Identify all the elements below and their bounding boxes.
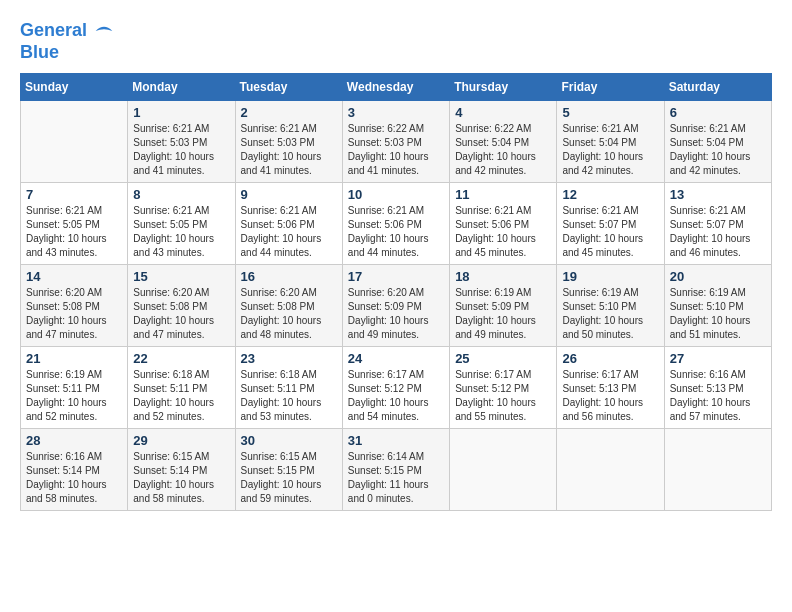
day-number: 9 bbox=[241, 187, 337, 202]
calendar-week-3: 14Sunrise: 6:20 AM Sunset: 5:08 PM Dayli… bbox=[21, 265, 772, 347]
day-number: 18 bbox=[455, 269, 551, 284]
day-info: Sunrise: 6:21 AM Sunset: 5:04 PM Dayligh… bbox=[562, 122, 658, 178]
day-number: 11 bbox=[455, 187, 551, 202]
day-info: Sunrise: 6:15 AM Sunset: 5:14 PM Dayligh… bbox=[133, 450, 229, 506]
day-info: Sunrise: 6:19 AM Sunset: 5:09 PM Dayligh… bbox=[455, 286, 551, 342]
day-info: Sunrise: 6:19 AM Sunset: 5:10 PM Dayligh… bbox=[562, 286, 658, 342]
day-number: 2 bbox=[241, 105, 337, 120]
calendar-cell: 28Sunrise: 6:16 AM Sunset: 5:14 PM Dayli… bbox=[21, 429, 128, 511]
calendar-week-2: 7Sunrise: 6:21 AM Sunset: 5:05 PM Daylig… bbox=[21, 183, 772, 265]
calendar-cell: 21Sunrise: 6:19 AM Sunset: 5:11 PM Dayli… bbox=[21, 347, 128, 429]
day-info: Sunrise: 6:19 AM Sunset: 5:10 PM Dayligh… bbox=[670, 286, 766, 342]
calendar-cell: 18Sunrise: 6:19 AM Sunset: 5:09 PM Dayli… bbox=[450, 265, 557, 347]
day-number: 17 bbox=[348, 269, 444, 284]
day-info: Sunrise: 6:21 AM Sunset: 5:04 PM Dayligh… bbox=[670, 122, 766, 178]
day-info: Sunrise: 6:21 AM Sunset: 5:07 PM Dayligh… bbox=[562, 204, 658, 260]
day-info: Sunrise: 6:19 AM Sunset: 5:11 PM Dayligh… bbox=[26, 368, 122, 424]
calendar-cell: 26Sunrise: 6:17 AM Sunset: 5:13 PM Dayli… bbox=[557, 347, 664, 429]
day-info: Sunrise: 6:18 AM Sunset: 5:11 PM Dayligh… bbox=[133, 368, 229, 424]
calendar-cell: 27Sunrise: 6:16 AM Sunset: 5:13 PM Dayli… bbox=[664, 347, 771, 429]
calendar-cell: 25Sunrise: 6:17 AM Sunset: 5:12 PM Dayli… bbox=[450, 347, 557, 429]
day-number: 28 bbox=[26, 433, 122, 448]
day-info: Sunrise: 6:14 AM Sunset: 5:15 PM Dayligh… bbox=[348, 450, 444, 506]
day-number: 27 bbox=[670, 351, 766, 366]
page-header: General Blue bbox=[20, 20, 772, 63]
day-info: Sunrise: 6:21 AM Sunset: 5:06 PM Dayligh… bbox=[348, 204, 444, 260]
day-info: Sunrise: 6:21 AM Sunset: 5:06 PM Dayligh… bbox=[241, 204, 337, 260]
day-header-sunday: Sunday bbox=[21, 74, 128, 101]
calendar-week-5: 28Sunrise: 6:16 AM Sunset: 5:14 PM Dayli… bbox=[21, 429, 772, 511]
logo-blue: Blue bbox=[20, 42, 59, 62]
day-info: Sunrise: 6:17 AM Sunset: 5:13 PM Dayligh… bbox=[562, 368, 658, 424]
calendar-header-row: SundayMondayTuesdayWednesdayThursdayFrid… bbox=[21, 74, 772, 101]
calendar-cell: 10Sunrise: 6:21 AM Sunset: 5:06 PM Dayli… bbox=[342, 183, 449, 265]
day-number: 1 bbox=[133, 105, 229, 120]
day-info: Sunrise: 6:17 AM Sunset: 5:12 PM Dayligh… bbox=[455, 368, 551, 424]
day-header-saturday: Saturday bbox=[664, 74, 771, 101]
day-header-wednesday: Wednesday bbox=[342, 74, 449, 101]
day-number: 6 bbox=[670, 105, 766, 120]
calendar-cell: 16Sunrise: 6:20 AM Sunset: 5:08 PM Dayli… bbox=[235, 265, 342, 347]
day-number: 16 bbox=[241, 269, 337, 284]
day-number: 14 bbox=[26, 269, 122, 284]
calendar-cell: 24Sunrise: 6:17 AM Sunset: 5:12 PM Dayli… bbox=[342, 347, 449, 429]
day-info: Sunrise: 6:21 AM Sunset: 5:06 PM Dayligh… bbox=[455, 204, 551, 260]
day-info: Sunrise: 6:21 AM Sunset: 5:07 PM Dayligh… bbox=[670, 204, 766, 260]
calendar-table: SundayMondayTuesdayWednesdayThursdayFrid… bbox=[20, 73, 772, 511]
day-info: Sunrise: 6:22 AM Sunset: 5:04 PM Dayligh… bbox=[455, 122, 551, 178]
calendar-cell: 23Sunrise: 6:18 AM Sunset: 5:11 PM Dayli… bbox=[235, 347, 342, 429]
calendar-cell: 2Sunrise: 6:21 AM Sunset: 5:03 PM Daylig… bbox=[235, 101, 342, 183]
calendar-cell: 7Sunrise: 6:21 AM Sunset: 5:05 PM Daylig… bbox=[21, 183, 128, 265]
calendar-cell: 1Sunrise: 6:21 AM Sunset: 5:03 PM Daylig… bbox=[128, 101, 235, 183]
calendar-cell: 8Sunrise: 6:21 AM Sunset: 5:05 PM Daylig… bbox=[128, 183, 235, 265]
day-number: 4 bbox=[455, 105, 551, 120]
day-number: 15 bbox=[133, 269, 229, 284]
calendar-cell: 30Sunrise: 6:15 AM Sunset: 5:15 PM Dayli… bbox=[235, 429, 342, 511]
day-number: 5 bbox=[562, 105, 658, 120]
day-number: 13 bbox=[670, 187, 766, 202]
calendar-cell: 22Sunrise: 6:18 AM Sunset: 5:11 PM Dayli… bbox=[128, 347, 235, 429]
day-info: Sunrise: 6:16 AM Sunset: 5:13 PM Dayligh… bbox=[670, 368, 766, 424]
calendar-cell: 12Sunrise: 6:21 AM Sunset: 5:07 PM Dayli… bbox=[557, 183, 664, 265]
calendar-cell: 9Sunrise: 6:21 AM Sunset: 5:06 PM Daylig… bbox=[235, 183, 342, 265]
calendar-cell: 20Sunrise: 6:19 AM Sunset: 5:10 PM Dayli… bbox=[664, 265, 771, 347]
day-info: Sunrise: 6:17 AM Sunset: 5:12 PM Dayligh… bbox=[348, 368, 444, 424]
day-info: Sunrise: 6:18 AM Sunset: 5:11 PM Dayligh… bbox=[241, 368, 337, 424]
day-info: Sunrise: 6:21 AM Sunset: 5:03 PM Dayligh… bbox=[133, 122, 229, 178]
day-header-monday: Monday bbox=[128, 74, 235, 101]
day-info: Sunrise: 6:21 AM Sunset: 5:03 PM Dayligh… bbox=[241, 122, 337, 178]
day-info: Sunrise: 6:15 AM Sunset: 5:15 PM Dayligh… bbox=[241, 450, 337, 506]
day-number: 26 bbox=[562, 351, 658, 366]
day-number: 20 bbox=[670, 269, 766, 284]
calendar-cell: 15Sunrise: 6:20 AM Sunset: 5:08 PM Dayli… bbox=[128, 265, 235, 347]
day-info: Sunrise: 6:20 AM Sunset: 5:08 PM Dayligh… bbox=[26, 286, 122, 342]
day-number: 12 bbox=[562, 187, 658, 202]
day-info: Sunrise: 6:22 AM Sunset: 5:03 PM Dayligh… bbox=[348, 122, 444, 178]
calendar-cell: 19Sunrise: 6:19 AM Sunset: 5:10 PM Dayli… bbox=[557, 265, 664, 347]
day-info: Sunrise: 6:21 AM Sunset: 5:05 PM Dayligh… bbox=[26, 204, 122, 260]
calendar-cell: 17Sunrise: 6:20 AM Sunset: 5:09 PM Dayli… bbox=[342, 265, 449, 347]
day-info: Sunrise: 6:20 AM Sunset: 5:08 PM Dayligh… bbox=[241, 286, 337, 342]
day-number: 31 bbox=[348, 433, 444, 448]
calendar-cell bbox=[450, 429, 557, 511]
day-number: 3 bbox=[348, 105, 444, 120]
calendar-cell: 3Sunrise: 6:22 AM Sunset: 5:03 PM Daylig… bbox=[342, 101, 449, 183]
calendar-cell: 31Sunrise: 6:14 AM Sunset: 5:15 PM Dayli… bbox=[342, 429, 449, 511]
calendar-cell: 14Sunrise: 6:20 AM Sunset: 5:08 PM Dayli… bbox=[21, 265, 128, 347]
calendar-cell: 5Sunrise: 6:21 AM Sunset: 5:04 PM Daylig… bbox=[557, 101, 664, 183]
calendar-cell: 11Sunrise: 6:21 AM Sunset: 5:06 PM Dayli… bbox=[450, 183, 557, 265]
day-header-tuesday: Tuesday bbox=[235, 74, 342, 101]
calendar-body: 1Sunrise: 6:21 AM Sunset: 5:03 PM Daylig… bbox=[21, 101, 772, 511]
day-number: 19 bbox=[562, 269, 658, 284]
day-number: 8 bbox=[133, 187, 229, 202]
calendar-cell bbox=[21, 101, 128, 183]
day-number: 22 bbox=[133, 351, 229, 366]
calendar-cell: 29Sunrise: 6:15 AM Sunset: 5:14 PM Dayli… bbox=[128, 429, 235, 511]
logo-general: General bbox=[20, 20, 87, 40]
day-number: 29 bbox=[133, 433, 229, 448]
calendar-week-1: 1Sunrise: 6:21 AM Sunset: 5:03 PM Daylig… bbox=[21, 101, 772, 183]
day-number: 7 bbox=[26, 187, 122, 202]
calendar-cell: 13Sunrise: 6:21 AM Sunset: 5:07 PM Dayli… bbox=[664, 183, 771, 265]
logo: General Blue bbox=[20, 20, 114, 63]
day-number: 30 bbox=[241, 433, 337, 448]
